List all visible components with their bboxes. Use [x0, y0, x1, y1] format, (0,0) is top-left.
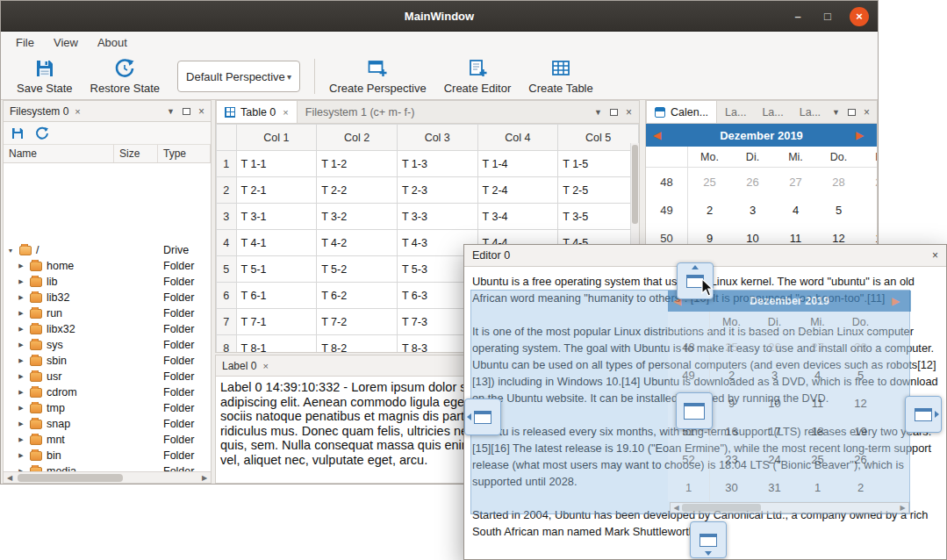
tree-row[interactable]: ▶sysFolder	[4, 337, 211, 353]
menu-item-about[interactable]: About	[88, 33, 137, 52]
close-icon[interactable]: ×	[198, 105, 204, 118]
chevron-down-icon[interactable]: ▼	[832, 108, 840, 117]
scrollbar-thumb[interactable]	[632, 145, 638, 224]
close-button[interactable]: ×	[850, 7, 869, 26]
table-cell[interactable]: T 7-1	[236, 309, 317, 335]
table-cell[interactable]: T 8-2	[317, 335, 398, 353]
dock-indicator-bottom[interactable]	[690, 521, 727, 558]
menu-item-file[interactable]: File	[6, 33, 44, 52]
calendar-day[interactable]: 27	[774, 168, 817, 196]
tree-row[interactable]: ▶libFolder	[4, 274, 211, 290]
calendar-month-year[interactable]: Dezember 2019	[667, 129, 856, 142]
calendar-day[interactable]: 29	[860, 168, 878, 196]
float-icon[interactable]	[848, 109, 856, 116]
table-cell[interactable]: T 4-2	[317, 230, 398, 256]
expand-collapsed-icon[interactable]: ▶	[17, 436, 25, 443]
restore-state-button[interactable]: Restore State	[82, 56, 169, 97]
tree-row[interactable]: ▶usrFolder	[4, 369, 211, 384]
table-cell[interactable]: T 8-1	[236, 335, 317, 353]
column-header-name[interactable]: Name	[4, 145, 114, 162]
next-month-button[interactable]: ▶	[856, 129, 870, 141]
maximize-button[interactable]: □	[820, 10, 836, 23]
row-header[interactable]: 3	[217, 204, 237, 230]
tab-filesystem-1-c-m-f[interactable]: Filesystem 1 (c+ m- f-)	[298, 101, 423, 123]
tree-row[interactable]: ▶sbinFolder	[4, 353, 211, 369]
table-cell[interactable]: T 5-2	[317, 256, 398, 283]
expand-expanded-icon[interactable]: ▼	[6, 248, 15, 254]
chevron-down-icon[interactable]: ▼	[594, 108, 602, 117]
dock-indicator-left[interactable]	[464, 398, 501, 435]
float-icon[interactable]	[610, 109, 618, 116]
tree-row[interactable]: ▶snapFolder	[4, 416, 211, 432]
table-cell[interactable]: T 3-1	[236, 204, 317, 230]
tree-row[interactable]: ▶binFolder	[4, 448, 211, 463]
tree-row[interactable]: ▶libx32Folder	[4, 321, 211, 337]
table-cell[interactable]: T 2-1	[236, 177, 317, 204]
calendar-day[interactable]: 28	[817, 168, 860, 196]
restore-icon[interactable]	[35, 126, 49, 140]
close-icon[interactable]: ×	[283, 107, 288, 118]
table-cell[interactable]: T 1-2	[317, 151, 398, 177]
scroll-right-icon[interactable]: ▶	[198, 474, 211, 482]
perspective-select[interactable]: Default Perspective ▾	[177, 61, 300, 92]
table-cell[interactable]: T 4-1	[236, 230, 317, 256]
row-header[interactable]: 8	[217, 335, 237, 353]
row-header[interactable]: 7	[217, 309, 237, 335]
column-header[interactable]: Col 5	[558, 125, 639, 151]
calendar-day[interactable]: 2	[688, 196, 731, 224]
expand-collapsed-icon[interactable]: ▶	[17, 341, 25, 348]
expand-collapsed-icon[interactable]: ▶	[17, 310, 25, 317]
tree-row[interactable]: ▼/Drive	[4, 242, 211, 258]
tab-la[interactable]: La...	[754, 101, 791, 123]
tree-row[interactable]: ▶mntFolder	[4, 432, 211, 448]
table-cell[interactable]: T 2-5	[558, 177, 639, 204]
table-cell[interactable]: T 6-2	[317, 283, 398, 309]
tree-row[interactable]: ▶runFolder	[4, 305, 211, 321]
calendar-day[interactable]: 4	[774, 196, 817, 224]
column-header[interactable]: Col 1	[236, 125, 317, 151]
table-cell[interactable]: T 3-5	[558, 204, 639, 230]
close-icon[interactable]: ×	[932, 249, 938, 262]
calendar-year[interactable]: 2019	[778, 129, 803, 142]
calendar-day[interactable]: 6	[860, 196, 878, 224]
row-header[interactable]: 6	[217, 283, 237, 309]
row-header[interactable]: 1	[217, 151, 237, 177]
column-header[interactable]: Col 4	[477, 125, 558, 151]
expand-collapsed-icon[interactable]: ▶	[17, 278, 25, 285]
tab-la[interactable]: La...	[717, 101, 754, 123]
save-state-button[interactable]: Save State	[8, 56, 82, 97]
expand-collapsed-icon[interactable]: ▶	[17, 389, 25, 396]
expand-collapsed-icon[interactable]: ▶	[17, 420, 25, 427]
calendar-day[interactable]: 3	[731, 196, 774, 224]
chevron-down-icon[interactable]: ▼	[167, 107, 175, 116]
tab-la[interactable]: La...	[792, 101, 829, 123]
close-icon[interactable]: ×	[626, 106, 632, 118]
tree-row[interactable]: ▶cdromFolder	[4, 384, 211, 400]
expand-collapsed-icon[interactable]: ▶	[17, 262, 25, 269]
expand-collapsed-icon[interactable]: ▶	[17, 294, 25, 301]
scrollbar-thumb[interactable]	[18, 474, 123, 482]
table-cell[interactable]: T 1-1	[236, 151, 317, 177]
row-header[interactable]: 5	[217, 256, 237, 283]
tree-row[interactable]: ▶lib32Folder	[4, 290, 211, 305]
table-cell[interactable]: T 1-4	[477, 151, 558, 177]
expand-collapsed-icon[interactable]: ▶	[17, 373, 25, 380]
tree-row[interactable]: ▶homeFolder	[4, 258, 211, 274]
filesystem-dock-titlebar[interactable]: Filesystem 0 × ▼ ×	[4, 101, 211, 122]
create-editor-button[interactable]: Create Editor	[435, 56, 520, 97]
tree-row[interactable]: ▶tmpFolder	[4, 400, 211, 416]
calendar-day[interactable]: 5	[817, 196, 860, 224]
dock-indicator-right[interactable]	[905, 396, 942, 433]
close-icon[interactable]: ×	[864, 106, 870, 118]
expand-collapsed-icon[interactable]: ▶	[17, 357, 25, 364]
prev-month-button[interactable]: ◀	[653, 129, 667, 141]
tab-calen[interactable]: Calen...	[646, 101, 717, 123]
column-header[interactable]: Col 2	[317, 125, 398, 151]
table-cell[interactable]: T 7-2	[317, 309, 398, 335]
tab-table-0[interactable]: Table 0×	[216, 101, 298, 123]
table-cell[interactable]: T 2-3	[397, 177, 477, 204]
table-cell[interactable]: T 2-4	[477, 177, 558, 204]
expand-collapsed-icon[interactable]: ▶	[17, 405, 25, 412]
calendar-month[interactable]: Dezember	[720, 129, 774, 142]
calendar-day[interactable]: 26	[731, 168, 774, 196]
